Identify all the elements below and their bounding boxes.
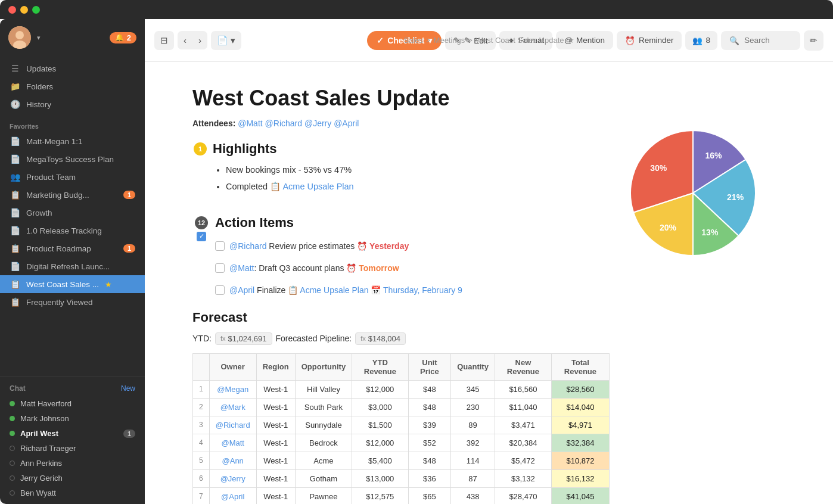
main-content: ⊟ ‹ › 📄 ▾ Sales > Meetings > West Coast … (145, 19, 833, 504)
nav-buttons: ‹ › (178, 31, 207, 49)
checklist-button[interactable]: ✓ Checklist ▾ (367, 31, 442, 50)
sidebar-item-product-roadmap[interactable]: 📋 Product Roadmap 1 (0, 239, 145, 257)
sidebar-item-updates[interactable]: ☰ Updates (0, 60, 145, 77)
external-edit-button[interactable]: ✏ (804, 30, 823, 51)
row-owner[interactable]: @Mark (209, 398, 256, 416)
sidebar-header: ▾ 2 (0, 19, 145, 56)
action-owner-2[interactable]: @Matt (229, 263, 254, 273)
table-header-row: Owner Region Opportunity YTD Revenue Uni… (193, 353, 610, 380)
table-body: 1 @Megan West-1 Hill Valley $12,000 $48 … (193, 380, 610, 504)
attendees-line: Attendees: @Matt @Richard @Jerry @April (192, 119, 610, 128)
highlights-content: Highlights New bookings mix - 53% vs 47%… (213, 141, 610, 204)
sidebar-toggle-button[interactable]: ⊟ (154, 31, 174, 50)
mention-button[interactable]: @ Mention (556, 31, 613, 49)
acme-link-3[interactable]: Acme Upsale Plan (300, 285, 368, 295)
minimize-button[interactable] (20, 6, 28, 14)
notification-badge[interactable]: 2 (110, 32, 136, 43)
row-owner[interactable]: @April (209, 487, 256, 504)
action-item-2: @Matt: Draft Q3 account plans ⏰ Tomorrow (215, 260, 610, 277)
sidebar-item-marketing-budg...[interactable]: 📋 Marketing Budg... 1 (0, 186, 145, 204)
maximize-button[interactable] (32, 6, 40, 14)
row-total: $28,560 (551, 380, 609, 398)
row-qty: 114 (451, 452, 495, 469)
row-region: West-1 (256, 452, 295, 469)
attendee-richard[interactable]: @Richard (265, 119, 302, 128)
row-owner[interactable]: @Ann (209, 452, 256, 469)
sidebar-item-label: Frequently Viewed (26, 298, 93, 307)
sidebar-nav: ☰ Updates 📁 Folders 🕐 History (0, 56, 145, 117)
forecast-table: Owner Region Opportunity YTD Revenue Uni… (192, 353, 610, 504)
action-owner-1[interactable]: @Richard (229, 241, 266, 251)
action-owner-3[interactable]: @April (229, 285, 254, 295)
ytd-label: YTD: (192, 334, 212, 343)
col-qty: Quantity (451, 353, 495, 380)
row-price: $52 (408, 434, 451, 452)
checkbox-1[interactable] (215, 241, 225, 251)
attendee-matt[interactable]: @Matt (238, 119, 262, 128)
template-button[interactable]: 📄 ▾ (211, 31, 241, 50)
sidebar-item-frequently-viewed[interactable]: 📋 Frequently Viewed (0, 293, 145, 311)
chat-item[interactable]: Richard Traeger (0, 441, 145, 456)
favorites-label: Favorites (0, 117, 145, 132)
row-total: $10,872 (551, 452, 609, 469)
clock-icon-2: ⏰ (346, 263, 356, 273)
chat-item[interactable]: April West 1 (0, 426, 145, 441)
star-icon: ★ (105, 280, 112, 289)
sidebar-item-1.0-release-tracking[interactable]: 📄 1.0 Release Tracking (0, 222, 145, 239)
checkbox-2[interactable] (215, 263, 225, 273)
sidebar-item-label: Folders (26, 82, 53, 91)
row-owner[interactable]: @Matt (209, 434, 256, 452)
reminder-button[interactable]: ⏰ Reminder (617, 31, 682, 50)
chat-item[interactable]: Ben Wyatt (0, 486, 145, 500)
action-num-badge: 12 (195, 216, 208, 229)
forward-button[interactable]: › (192, 31, 207, 49)
sidebar-item-west-coast-sales-...[interactable]: 📋 West Coast Sales ... ★ (0, 275, 145, 293)
nav-icon: 📄 (10, 136, 20, 146)
sidebar-item-matt-megan-1:1[interactable]: 📄 Matt-Megan 1:1 (0, 132, 145, 150)
avatar[interactable] (8, 26, 31, 49)
chat-item[interactable]: Jerry Gerich (0, 471, 145, 486)
row-new-rev: $3,132 (495, 469, 551, 487)
sidebar-item-product-team[interactable]: 👥 Product Team (0, 168, 145, 186)
row-qty: 230 (451, 398, 495, 416)
back-button[interactable]: ‹ (178, 31, 192, 49)
table-row: 2 @Mark West-1 South Park $3,000 $48 230… (193, 398, 610, 416)
chat-item[interactable]: Matt Haverford (0, 396, 145, 411)
row-owner[interactable]: @Richard (209, 416, 256, 434)
action-check-badge[interactable]: ✓ (197, 232, 206, 241)
sidebar-item-history[interactable]: 🕐 History (0, 95, 145, 113)
topbar: ⊟ ‹ › 📄 ▾ Sales > Meetings > West Coast … (145, 19, 833, 62)
attendee-april[interactable]: @April (334, 119, 359, 128)
chat-name: Ann Perkins (20, 459, 62, 468)
chat-item[interactable]: Mark Johnson (0, 411, 145, 426)
row-opp: Bedrock (295, 434, 352, 452)
search-input[interactable] (744, 36, 792, 45)
attendee-jerry[interactable]: @Jerry (304, 119, 331, 128)
row-ytd: $12,000 (352, 380, 408, 398)
row-opp: South Park (295, 398, 352, 416)
chat-item[interactable]: Ann Perkins (0, 456, 145, 471)
sidebar-item-label: West Coast Sales ... (26, 280, 99, 289)
format-button[interactable]: ✦ Format (499, 31, 552, 50)
close-button[interactable] (8, 6, 16, 14)
updates-icon: ☰ (10, 64, 20, 73)
avatar-chevron[interactable]: ▾ (37, 34, 41, 42)
people-button[interactable]: 👥 8 (685, 31, 717, 50)
chat-new-button[interactable]: New (121, 384, 135, 393)
sidebar-item-megatoys-success-plan[interactable]: 📄 MegaToys Success Plan (0, 150, 145, 168)
row-price: $39 (408, 416, 451, 434)
row-owner[interactable]: @Jerry (209, 469, 256, 487)
row-owner[interactable]: @Megan (209, 380, 256, 398)
edit-button[interactable]: ✎ ✎ Edit (445, 31, 496, 50)
list-item: Completed 📋 Acme Upsale Plan (226, 181, 610, 194)
offline-dot (10, 475, 15, 481)
edit-icon: ✎ (453, 36, 461, 45)
action-date-2: Tomorrow (359, 263, 399, 273)
checkbox-3[interactable] (215, 285, 225, 295)
sidebar-item-folders[interactable]: 📁 Folders (0, 77, 145, 95)
pie-label: 13% (701, 228, 719, 237)
sidebar-item-digital-refresh-launc...[interactable]: 📄 Digital Refresh Launc... (0, 257, 145, 275)
acme-upsale-link[interactable]: Acme Upsale Plan (282, 182, 353, 191)
online-dot (10, 416, 15, 421)
sidebar-item-growth[interactable]: 📄 Growth (0, 204, 145, 222)
